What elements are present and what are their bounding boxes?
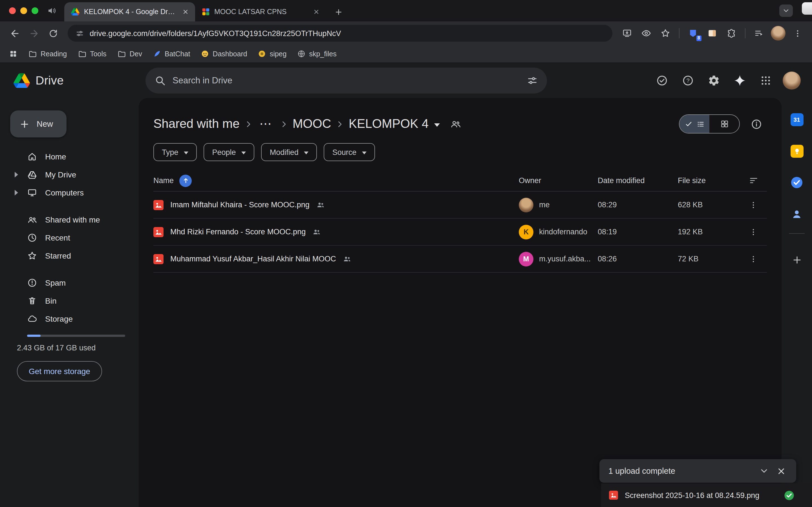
bookmark-star-icon[interactable] [656,24,674,42]
tab-mooc[interactable]: MOOC LATSAR CPNS [195,2,326,21]
drive-brand[interactable]: Drive [0,73,139,88]
current-folder-label: KELOMPOK 4 [349,117,429,131]
table-row[interactable]: Imam Miftahul Khaira - Score MOOC.png me… [153,191,767,219]
column-header-name[interactable]: Name [153,176,174,185]
owner-name: kindofernando [539,228,587,236]
breadcrumb-shared-with-me[interactable]: Shared with me [153,117,240,131]
image-file-icon [153,227,163,237]
tab-kelompok4[interactable]: KELOMPOK 4 - Google Drive [64,2,195,21]
offline-status-icon[interactable] [651,69,673,92]
expand-caret-icon[interactable] [15,190,18,195]
bookmark-dev[interactable]: Dev [117,49,142,58]
filter-modified[interactable]: Modified [261,143,317,161]
row-menu-kebab-icon[interactable] [744,250,762,268]
sidebar-item-starred[interactable]: Starred [10,247,131,265]
breadcrumb-mooc[interactable]: MOOC [293,117,331,131]
bookmark-skp-files[interactable]: skp_files [297,50,336,58]
bookmark-tools[interactable]: Tools [78,49,106,58]
sidebar-item-spam[interactable]: Spam [10,274,131,292]
row-menu-kebab-icon[interactable] [744,223,762,241]
toast-collapse-chevron-icon[interactable] [756,462,772,480]
filter-people[interactable]: People [204,143,255,161]
date-modified: 08:19 [598,228,678,236]
tab-close-icon[interactable] [311,7,321,17]
breadcrumb-ellipsis-button[interactable]: ⋯ [257,117,275,131]
column-header-file-size[interactable]: File size [678,176,740,185]
macos-close-button[interactable] [9,7,16,14]
table-row[interactable]: Muhammad Yusuf Akbar_Hasil Akhir Nilai M… [153,245,767,273]
get-more-storage-button[interactable]: Get more storage [17,361,102,381]
sidebar-item-label: My Drive [45,170,76,179]
sidebar-item-computers[interactable]: Computers [10,184,131,202]
calendar-icon[interactable]: 31 [786,109,807,129]
sort-options-icon[interactable] [749,176,758,185]
expand-caret-icon[interactable] [15,172,18,177]
row-menu-kebab-icon[interactable] [744,196,762,214]
gemini-spark-icon[interactable] [728,69,751,92]
bookmark-reading[interactable]: Reading [28,49,67,58]
url-text[interactable]: drive.google.com/drive/folders/1AyfG5VKO… [90,29,341,38]
details-info-icon[interactable] [746,113,767,135]
install-app-icon[interactable] [618,24,636,42]
reload-button[interactable] [44,24,62,42]
filter-chips: Type People Modified Source [153,143,767,161]
file-name[interactable]: Muhammad Yusuf Akbar_Hasil Akhir Nilai M… [170,255,336,263]
tasks-icon[interactable] [786,172,807,193]
profile-avatar[interactable] [769,24,787,42]
sidebar-item-home[interactable]: Home [10,148,131,166]
new-button[interactable]: New [10,110,66,137]
sidebar-item-bin[interactable]: Bin [10,292,131,310]
folder-icon [28,49,37,58]
contacts-icon[interactable] [786,204,807,224]
drive-search-bar[interactable] [146,68,547,94]
site-info-icon[interactable] [75,29,84,38]
bookmark-dashboard[interactable]: Dashboard [201,50,247,58]
column-header-date-modified[interactable]: Date modified [598,176,678,185]
sidebar-item-shared-with-me[interactable]: Shared with me [10,211,131,229]
filter-source[interactable]: Source [324,143,375,161]
file-name[interactable]: Mhd Rizki Fernando - Score MOOC.png [170,228,306,236]
back-button[interactable] [6,24,24,42]
toolbar-divider [679,28,679,38]
file-name[interactable]: Imam Miftahul Khaira - Score MOOC.png [170,201,310,209]
upload-toast-file-row[interactable]: Screenshot 2025-10-16 at 08.24.59.png [601,483,812,507]
account-avatar[interactable] [780,69,803,92]
search-input[interactable] [172,75,520,86]
sort-ascending-icon[interactable] [179,174,192,187]
extensions-puzzle-icon[interactable] [722,24,741,42]
image-file-icon [153,200,163,210]
forward-button[interactable] [25,24,43,42]
search-options-tune-icon[interactable] [527,75,538,86]
tab-search-chevron-button[interactable] [779,4,793,17]
google-apps-grid-icon[interactable] [755,69,777,92]
browser-menu-kebab-icon[interactable] [788,24,806,42]
address-bar[interactable]: drive.google.com/drive/folders/1AyfG5VKO… [68,25,612,42]
toast-close-icon[interactable] [772,462,790,480]
preview-eye-icon[interactable] [637,24,655,42]
sidebar-item-storage[interactable]: Storage [10,310,131,328]
keep-icon[interactable] [786,141,807,161]
new-tab-button[interactable] [331,4,346,20]
extension-blue-icon[interactable]: 8 [684,24,702,42]
table-row[interactable]: Mhd Rizki Fernando - Score MOOC.png K ki… [153,219,767,245]
column-header-owner[interactable]: Owner [519,176,598,185]
tab-close-icon[interactable] [181,7,191,17]
macos-zoom-button[interactable] [32,7,38,14]
bookmark-apps-grid-icon[interactable] [9,50,17,58]
sidebar-item-recent[interactable]: Recent [10,229,131,247]
search-icon[interactable] [154,75,166,86]
help-icon[interactable]: ? [677,69,699,92]
settings-gear-icon[interactable] [703,69,725,92]
list-view-button[interactable] [679,115,709,133]
grid-view-button[interactable] [709,115,739,133]
filter-type[interactable]: Type [153,143,197,161]
extension-card-icon[interactable] [703,24,721,42]
breadcrumb-current-folder[interactable]: KELOMPOK 4 [349,117,440,131]
add-addon-plus-icon[interactable] [786,249,807,270]
sidebar-item-my-drive[interactable]: My Drive [10,166,131,184]
macos-minimize-button[interactable] [20,7,27,14]
folder-members-icon[interactable] [450,118,461,129]
media-queue-icon[interactable] [750,24,768,42]
bookmark-sipeg[interactable]: sipeg [258,50,287,58]
bookmark-batchat[interactable]: BatChat [153,50,190,58]
